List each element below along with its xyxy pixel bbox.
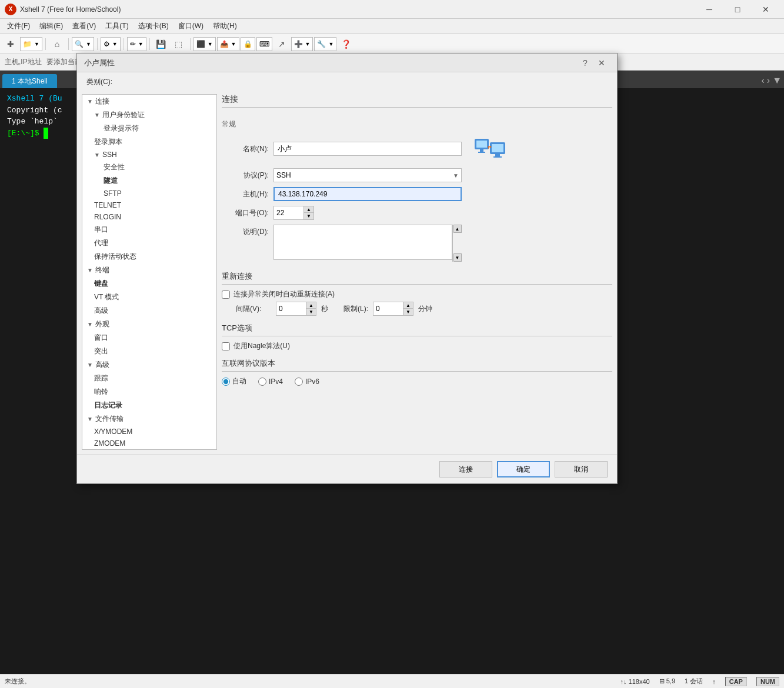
interval-up[interactable]: ▲ bbox=[306, 302, 316, 309]
tree-item-highlight[interactable]: 突出 bbox=[82, 345, 216, 358]
dialog-close-button[interactable]: ✕ bbox=[593, 56, 610, 70]
tree-item-terminal[interactable]: ▼ 终端 bbox=[82, 263, 216, 277]
collapse-icon-filetransfer: ▼ bbox=[87, 416, 93, 422]
toolbar-sep-4 bbox=[124, 38, 124, 50]
toolbar-btn-5[interactable]: 💾 bbox=[153, 36, 169, 52]
toolbar-btn-13[interactable]: 🔧▼ bbox=[314, 37, 336, 51]
protocol-select[interactable]: SSH ▼ bbox=[273, 168, 462, 182]
scroll-down-arrow[interactable]: ▼ bbox=[453, 253, 462, 262]
menu-file[interactable]: 文件(F) bbox=[2, 20, 35, 32]
interval-spinner: ▲ ▼ bbox=[276, 302, 316, 316]
tree-item-proxy[interactable]: 代理 bbox=[82, 236, 216, 250]
tree-item-vt[interactable]: VT 模式 bbox=[82, 290, 216, 304]
radio-ipv4-input[interactable] bbox=[258, 378, 266, 386]
tree-item-advanced[interactable]: 高级 bbox=[82, 304, 216, 318]
interval-arrows: ▲ ▼ bbox=[306, 302, 316, 315]
general-label: 常规 bbox=[222, 119, 612, 129]
protocol-value: SSH bbox=[276, 171, 291, 179]
tree-item-serial[interactable]: 串口 bbox=[82, 223, 216, 236]
toolbar-btn-2[interactable]: 🔍▼ bbox=[72, 37, 94, 51]
menu-tab[interactable]: 选项卡(B) bbox=[134, 20, 174, 32]
toolbar-btn-3[interactable]: ⚙▼ bbox=[101, 37, 121, 51]
ok-button[interactable]: 确定 bbox=[497, 461, 550, 477]
status-connected: 未连接。 bbox=[5, 677, 31, 686]
radio-auto: 自动 bbox=[222, 376, 246, 386]
tree-item-filetransfer[interactable]: ▼ 文件传输 bbox=[82, 412, 216, 426]
menu-edit[interactable]: 编辑(E) bbox=[35, 20, 68, 32]
tab-nav: ‹ › ▼ bbox=[762, 75, 782, 88]
tab-nav-next[interactable]: › bbox=[767, 75, 770, 86]
minimize-button[interactable]: ─ bbox=[696, 0, 723, 19]
tree-item-window[interactable]: 窗口 bbox=[82, 331, 216, 345]
radio-ipv4-label: IPv4 bbox=[269, 378, 283, 386]
toolbar-btn-1[interactable]: ⌂ bbox=[49, 36, 65, 52]
collapse-icon-appearance: ▼ bbox=[87, 321, 93, 328]
app-icon: X bbox=[5, 4, 16, 15]
connect-button[interactable]: 连接 bbox=[439, 461, 492, 477]
menu-help[interactable]: 帮助(H) bbox=[208, 20, 242, 32]
tree-item-sftp[interactable]: SFTP bbox=[82, 188, 216, 199]
radio-auto-input[interactable] bbox=[222, 378, 230, 386]
menu-window[interactable]: 窗口(W) bbox=[174, 20, 208, 32]
tab-local-shell[interactable]: 1 本地Shell bbox=[2, 74, 57, 88]
tree-item-login-prompt[interactable]: 登录提示符 bbox=[82, 122, 216, 135]
menu-view[interactable]: 查看(V) bbox=[68, 20, 101, 32]
tree-item-login-script[interactable]: 登录脚本 bbox=[82, 135, 216, 149]
toolbar-btn-10[interactable]: ⌨ bbox=[256, 37, 272, 51]
name-input[interactable] bbox=[273, 142, 462, 156]
tree-item-trace[interactable]: 跟踪 bbox=[82, 372, 216, 385]
tree-item-logging[interactable]: 日志记录 bbox=[82, 399, 216, 412]
tab-nav-dropdown[interactable]: ▼ bbox=[772, 75, 782, 86]
reconnect-checkbox[interactable] bbox=[222, 290, 230, 299]
interval-input[interactable] bbox=[276, 302, 306, 315]
tree-item-xymodem[interactable]: X/YMODEM bbox=[82, 426, 216, 437]
limit-up[interactable]: ▲ bbox=[403, 302, 413, 309]
tree-item-connection[interactable]: ▼ 连接 bbox=[82, 95, 216, 108]
limit-down[interactable]: ▼ bbox=[403, 309, 413, 315]
toolbar-open-dropdown[interactable]: 📁▼ bbox=[20, 37, 42, 51]
scroll-up-arrow[interactable]: ▲ bbox=[453, 225, 462, 233]
cancel-button[interactable]: 取消 bbox=[555, 461, 608, 477]
toolbar-btn-12[interactable]: ➕▼ bbox=[291, 37, 313, 51]
toolbar-btn-4[interactable]: ✏▼ bbox=[127, 37, 146, 51]
dialog-help-button[interactable]: ? bbox=[577, 56, 593, 70]
host-input[interactable] bbox=[273, 187, 462, 201]
tree-item-keepalive[interactable]: 保持活动状态 bbox=[82, 250, 216, 263]
description-input[interactable] bbox=[273, 225, 452, 260]
nagle-row: 使用Nagle算法(U) bbox=[222, 341, 612, 351]
toolbar-help-btn[interactable]: ❓ bbox=[338, 36, 354, 52]
port-input[interactable] bbox=[274, 206, 303, 219]
tree-item-security[interactable]: 安全性 bbox=[82, 161, 216, 174]
nagle-checkbox[interactable] bbox=[222, 342, 230, 350]
toolbar-btn-11[interactable]: ↗ bbox=[273, 36, 290, 52]
tree-item-auth[interactable]: ▼ 用户身份验证 bbox=[82, 108, 216, 122]
port-up[interactable]: ▲ bbox=[304, 206, 313, 213]
collapse-icon-ssh: ▼ bbox=[94, 152, 100, 158]
maximize-button[interactable]: □ bbox=[724, 0, 751, 19]
reconnect-title: 重新连接 bbox=[222, 271, 612, 285]
status-scroll[interactable]: ↑ bbox=[712, 678, 716, 685]
tree-item-ssh[interactable]: ▼ SSH bbox=[82, 149, 216, 161]
menu-bar: 文件(F) 编辑(E) 查看(V) 工具(T) 选项卡(B) 窗口(W) 帮助(… bbox=[0, 19, 784, 34]
toolbar-new[interactable]: ✚ bbox=[2, 36, 19, 52]
interval-down[interactable]: ▼ bbox=[306, 309, 316, 315]
tab-nav-prev[interactable]: ‹ bbox=[762, 75, 765, 86]
dialog-title-bar: 小卢属性 ? ✕ bbox=[77, 54, 617, 72]
close-button[interactable]: ✕ bbox=[752, 0, 779, 19]
toolbar-btn-8[interactable]: 📤▼ bbox=[217, 37, 239, 51]
tree-item-telnet[interactable]: TELNET bbox=[82, 199, 216, 211]
limit-input[interactable] bbox=[373, 302, 403, 315]
tree-item-keyboard[interactable]: 键盘 bbox=[82, 277, 216, 290]
toolbar-btn-6[interactable]: ⬚ bbox=[171, 36, 187, 52]
tree-item-advanced2[interactable]: ▼ 高级 bbox=[82, 358, 216, 372]
tree-item-tunnel[interactable]: 隧道 bbox=[82, 174, 216, 188]
tree-item-zmodem[interactable]: ZMODEM bbox=[82, 437, 216, 449]
tree-item-appearance[interactable]: ▼ 外观 bbox=[82, 318, 216, 331]
toolbar-btn-7[interactable]: ⬛▼ bbox=[194, 37, 216, 51]
toolbar-btn-9[interactable]: 🔒 bbox=[241, 37, 255, 51]
radio-ipv6-input[interactable] bbox=[295, 378, 303, 386]
tree-item-bell[interactable]: 响铃 bbox=[82, 385, 216, 399]
port-down[interactable]: ▼ bbox=[304, 213, 313, 219]
menu-tools[interactable]: 工具(T) bbox=[101, 20, 133, 32]
tree-item-rlogin[interactable]: RLOGIN bbox=[82, 211, 216, 223]
